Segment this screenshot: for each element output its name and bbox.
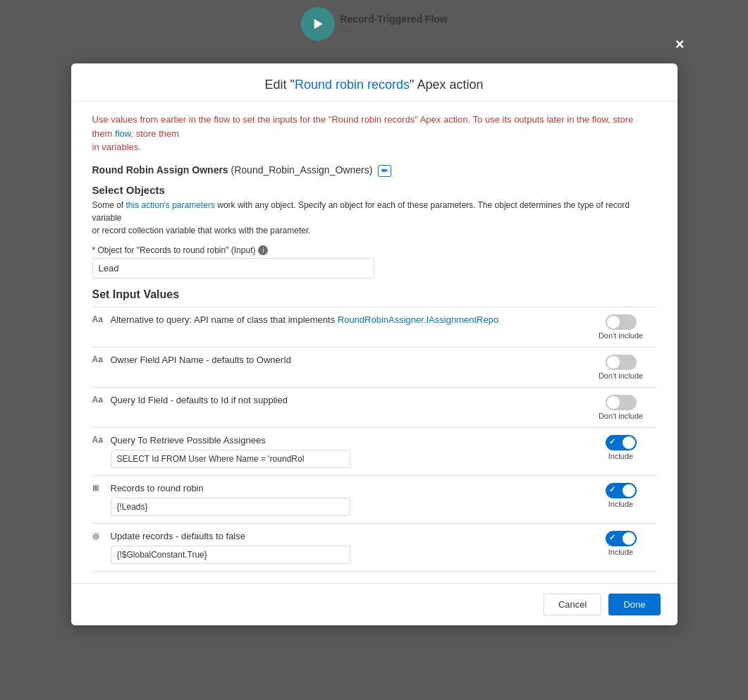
input-row-5: ◎ Update records - defaults to false ✓ I…	[92, 523, 656, 572]
input-row-right-2: Don't include	[586, 395, 656, 420]
input-row-right-5: ✓ Include	[586, 531, 656, 556]
toggle-thumb-1	[607, 356, 620, 369]
input-row-left-2: Aa Query Id Field - defaults to Id if no…	[92, 395, 586, 405]
type-icon-2: Aa	[92, 395, 106, 405]
close-button[interactable]: ×	[675, 35, 685, 54]
type-icon-1: Aa	[92, 355, 106, 364]
select-objects-desc: Some of this action's parameters work wi…	[92, 199, 656, 237]
input-row-4: ⊞ Records to round robin ✓ Include	[92, 475, 656, 523]
label-wrapper-2: Aa Query Id Field - defaults to Id if no…	[92, 395, 586, 405]
toggle-label-4: Include	[608, 500, 633, 508]
input-row-value-5[interactable]	[111, 546, 350, 564]
toggle-label-3: Include	[608, 452, 633, 460]
input-row-left-5: ◎ Update records - defaults to false	[92, 531, 586, 564]
toggle-label-5: Include	[608, 548, 633, 556]
input-row-right-4: ✓ Include	[586, 483, 656, 508]
type-icon-4: ⊞	[92, 484, 106, 493]
info-text: Use values from earlier in the flow to s…	[92, 113, 656, 154]
input-row-label-0: Alternative to query: API name of class …	[111, 314, 499, 325]
modal-dialog: × Edit "Round robin records" Apex action…	[71, 63, 678, 625]
input-row-1: Aa Owner Field API Name - defaults to Ow…	[92, 347, 656, 387]
toggle-5[interactable]: ✓	[606, 531, 637, 546]
title-prefix: Edit "	[265, 78, 295, 92]
type-icon-0: Aa	[92, 314, 106, 324]
label-wrapper-0: Aa Alternative to query: API name of cla…	[92, 314, 586, 325]
toggle-thumb-4	[623, 484, 635, 497]
select-objects-title: Select Objects	[92, 184, 656, 196]
input-row-label-1: Owner Field API Name - defaults to Owner…	[111, 355, 292, 365]
desc-part1: Some of this action's parameters work wi…	[92, 200, 630, 223]
type-icon-3: Aa	[92, 435, 106, 445]
title-highlight: Round robin records	[295, 78, 410, 92]
input-row-left-1: Aa Owner Field API Name - defaults to Ow…	[92, 355, 586, 365]
label-wrapper-4: ⊞ Records to round robin	[92, 483, 586, 493]
modal-body: Use values from earlier in the flow to s…	[71, 102, 678, 583]
modal-footer: Cancel Done	[71, 583, 678, 625]
set-inputs-title: Set Input Values	[92, 288, 656, 301]
input-row-value-4[interactable]	[111, 498, 350, 516]
object-field-label: * Object for "Records to round robin" (I…	[92, 245, 656, 255]
modal-title: Edit "Round robin records" Apex action	[92, 78, 656, 92]
section-api: (Round_Robin_Assign_Owners)	[231, 164, 373, 176]
object-field-group: * Object for "Records to round robin" (I…	[92, 245, 656, 278]
object-field-label-text: * Object for "Records to round robin" (I…	[92, 245, 256, 255]
info-text-1: Use values from earlier in the flow to s…	[92, 114, 634, 139]
input-row-0: Aa Alternative to query: API name of cla…	[92, 307, 656, 347]
toggle-4[interactable]: ✓	[606, 483, 637, 498]
label-wrapper-5: ◎ Update records - defaults to false	[92, 531, 586, 541]
cancel-button[interactable]: Cancel	[544, 594, 601, 615]
label-wrapper-3: Aa Query To Retrieve Possible Assignees	[92, 435, 586, 446]
input-row-left-4: ⊞ Records to round robin	[92, 483, 586, 516]
done-button[interactable]: Done	[608, 594, 660, 615]
input-row-3: Aa Query To Retrieve Possible Assignees …	[92, 427, 656, 475]
input-row-right-3: ✓ Include	[586, 435, 656, 460]
trigger-subtitle: Start	[340, 25, 447, 35]
object-field-input[interactable]	[92, 258, 374, 278]
input-row-label-5: Update records - defaults to false	[111, 531, 246, 541]
edit-pencil-button[interactable]: ✏	[378, 165, 391, 177]
toggle-label-2: Don't include	[599, 412, 643, 420]
play-icon	[310, 17, 324, 31]
toggle-3[interactable]: ✓	[606, 435, 637, 450]
desc-part2: or record collection variable that works…	[92, 226, 311, 235]
toggle-thumb-5	[623, 532, 635, 545]
info-text-flow-link: flow	[115, 128, 130, 139]
section-label: Round Robin Assign Owners (Round_Robin_A…	[92, 164, 656, 177]
toggle-label-0: Don't include	[599, 331, 643, 340]
toggle-thumb-3	[623, 436, 635, 449]
input-row-label-3: Query To Retrieve Possible Assignees	[111, 435, 266, 446]
type-icon-5: ◎	[92, 532, 106, 541]
toggle-thumb-0	[607, 316, 620, 328]
info-text-2: in variables.	[92, 142, 141, 152]
title-suffix: " Apex action	[410, 78, 483, 92]
input-row-label-2: Query Id Field - defaults to Id if not s…	[111, 395, 288, 405]
page-wrapper: Record-Triggered Flow Start × Edit "Roun…	[0, 0, 748, 700]
modal-header: Edit "Round robin records" Apex action	[71, 63, 678, 102]
input-row-left-3: Aa Query To Retrieve Possible Assignees	[92, 435, 586, 468]
input-row-2: Aa Query Id Field - defaults to Id if no…	[92, 387, 656, 427]
trigger-icon	[300, 7, 334, 41]
toggle-2[interactable]	[606, 395, 637, 410]
toggle-thumb-2	[607, 396, 620, 409]
toggle-label-1: Don't include	[599, 372, 643, 380]
trigger-info: Record-Triggered Flow Start	[340, 13, 447, 35]
toggle-1[interactable]	[606, 355, 637, 370]
input-row-value-3[interactable]	[111, 450, 350, 468]
trigger-title: Record-Triggered Flow	[340, 13, 447, 25]
input-row-right-0: Don't include	[586, 314, 656, 340]
info-icon[interactable]: i	[258, 245, 268, 255]
trigger-card: Record-Triggered Flow Start	[300, 7, 447, 41]
toggle-0[interactable]	[606, 314, 637, 330]
section-name: Round Robin Assign Owners	[92, 164, 228, 176]
input-row-label-4: Records to round robin	[111, 483, 204, 493]
svg-marker-0	[314, 19, 322, 29]
input-row-right-1: Don't include	[586, 355, 656, 380]
input-row-left-0: Aa Alternative to query: API name of cla…	[92, 314, 586, 325]
label-wrapper-1: Aa Owner Field API Name - defaults to Ow…	[92, 355, 586, 365]
